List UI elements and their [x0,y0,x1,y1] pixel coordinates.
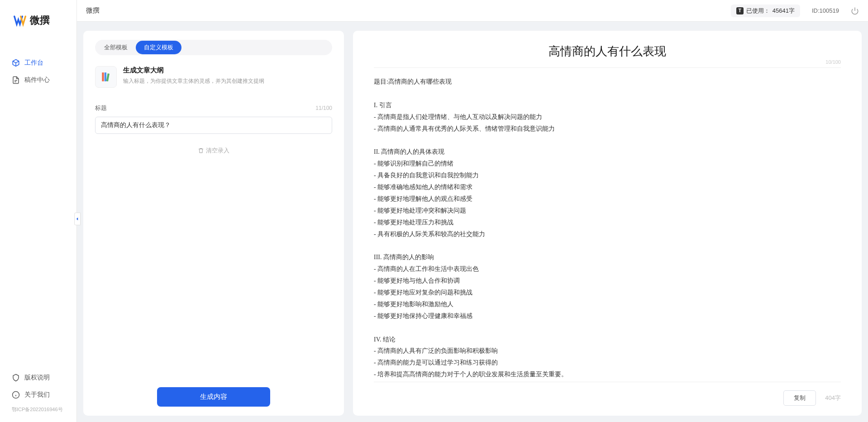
topbar-right: T 已使用： 45641字 ID:100519 [731,5,859,17]
clear-button[interactable]: 清空录入 [95,147,332,155]
shield-icon [12,374,20,382]
panel-input-footer: 生成内容 [95,378,332,407]
tab-custom-templates[interactable]: 自定义模板 [136,41,181,54]
logo-icon [14,14,26,27]
sidebar: 微撰 工作台 稿件中心 版权说明 关于我们 鄂ICP [0,0,77,422]
usage-badge-icon: T [736,7,744,14]
sidebar-item-about[interactable]: 关于我们 [0,386,76,403]
sidebar-item-workspace[interactable]: 工作台 [0,54,76,71]
page-title: 微撰 [86,6,100,15]
output-title: 高情商的人有什么表现 [374,43,841,59]
content: 全部模板 自定义模板 生成文章大纲 输入标题，为你提供文章主体的灵感，并为其创建… [77,22,868,422]
output-word-count: 404字 [825,394,841,402]
sidebar-item-copyright[interactable]: 版权说明 [0,369,76,386]
field-title-block: 标题 11/100 [95,104,332,134]
field-char-count: 11/100 [315,105,332,111]
clear-label: 清空录入 [206,147,229,155]
template-title: 生成文章大纲 [123,66,264,75]
sidebar-nav: 工作台 稿件中心 [0,41,76,369]
usage-value: 45641字 [773,7,795,15]
output-footer: 复制 404字 [374,382,841,406]
user-id: ID:100519 [812,7,839,14]
title-input[interactable] [95,117,332,134]
output-body[interactable]: 题目:高情商的人有哪些表现 I. 引言 - 高情商是指人们处理情绪、与他人互动以… [374,76,841,382]
logo: 微撰 [0,0,76,41]
svg-rect-4 [102,72,104,81]
logo-text: 微撰 [30,14,50,27]
generate-button[interactable]: 生成内容 [157,387,270,407]
topbar: 微撰 T 已使用： 45641字 ID:100519 [77,0,868,22]
sidebar-item-label: 工作台 [24,59,43,67]
svg-rect-5 [105,72,106,81]
output-title-count: 10/100 [825,59,841,65]
sidebar-item-label: 关于我们 [24,391,50,399]
cube-icon [12,59,20,67]
sidebar-footer: 版权说明 关于我们 鄂ICP备2022016946号 [0,369,76,422]
icp-text: 鄂ICP备2022016946号 [0,403,76,417]
sidebar-collapse-handle[interactable] [74,213,81,225]
template-desc: 输入标题，为你提供文章主体的灵感，并为其创建推文提纲 [123,77,264,85]
field-label: 标题 [95,104,107,112]
main: 微撰 T 已使用： 45641字 ID:100519 全部模板 自定义模板 [77,0,868,422]
panel-input: 全部模板 自定义模板 生成文章大纲 输入标题，为你提供文章主体的灵感，并为其创建… [83,31,344,416]
template-info: 生成文章大纲 输入标题，为你提供文章主体的灵感，并为其创建推文提纲 [123,66,264,85]
template-tabs: 全部模板 自定义模板 [95,40,332,55]
books-icon [95,66,117,88]
template-card: 生成文章大纲 输入标题，为你提供文章主体的灵感，并为其创建推文提纲 [95,66,332,88]
usage-label: 已使用： [746,7,770,15]
copy-button[interactable]: 复制 [783,390,816,406]
svg-rect-6 [106,73,110,81]
power-icon[interactable] [851,7,859,15]
sidebar-item-drafts[interactable]: 稿件中心 [0,71,76,89]
file-icon [12,76,20,84]
trash-icon [198,147,204,154]
info-icon [12,391,20,399]
usage-pill[interactable]: T 已使用： 45641字 [731,5,800,17]
output-header: 高情商的人有什么表现 10/100 [374,43,841,68]
panel-output: 高情商的人有什么表现 10/100 题目:高情商的人有哪些表现 I. 引言 - … [353,31,862,416]
sidebar-item-label: 稿件中心 [24,76,50,84]
sidebar-item-label: 版权说明 [24,374,50,382]
tab-all-templates[interactable]: 全部模板 [96,41,136,54]
